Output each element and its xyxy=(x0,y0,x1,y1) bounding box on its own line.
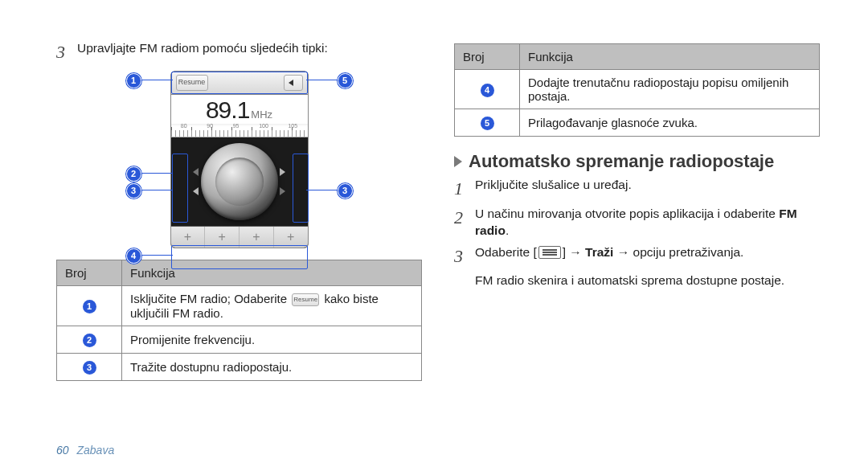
preset-slot: + xyxy=(171,227,206,248)
callout-3r: 3 xyxy=(338,183,353,199)
dial-area xyxy=(171,137,308,226)
preset-row: + + + + xyxy=(171,226,308,248)
row-func: Promijenite frekvenciju. xyxy=(122,326,422,353)
seek-left-icons xyxy=(191,168,201,195)
step-number: 3 xyxy=(454,244,473,268)
table-row: 5 Prilagođavanje glasnoće zvuka. xyxy=(455,109,820,137)
ruler-mark: 100 xyxy=(259,123,268,137)
step-number: 2 xyxy=(454,206,473,230)
row-badge: 5 xyxy=(481,117,494,130)
callout-4: 4 xyxy=(126,248,141,264)
resume-icon-inline: Resume xyxy=(292,293,319,306)
preset-slot: + xyxy=(205,227,240,248)
step-3-sub: FM radio skenira i automatski sprema dos… xyxy=(475,272,820,289)
callout-line xyxy=(141,80,173,81)
volume-icon xyxy=(284,75,303,91)
step-text: Upravljajte FM radiom pomoću sljedećih t… xyxy=(77,40,422,57)
callout-5: 5 xyxy=(338,73,353,88)
ruler-mark: 90 xyxy=(207,123,213,137)
preset-slot: + xyxy=(274,227,308,248)
step-1: 1 Priključite slušalice u uređaj. xyxy=(454,177,820,201)
callout-2: 2 xyxy=(126,166,141,182)
row-badge: 1 xyxy=(83,300,96,313)
table-row: 3 Tražite dostupnu radiopostaju. xyxy=(57,353,422,380)
ruler-mark: 80 xyxy=(181,123,187,137)
step-3-intro: 3 Upravljajte FM radiom pomoću sljedećih… xyxy=(56,40,422,64)
section-title: Automatsko spremanje radiopostaje xyxy=(469,151,774,172)
function-table-right: Broj Funkcija 4 Dodajte trenutačnu radio… xyxy=(454,43,820,137)
frequency-display: 89.1MHz xyxy=(171,95,308,124)
step-text: Odaberite [] → Traži → opciju pretraživa… xyxy=(475,244,820,261)
row-func: Dodajte trenutačnu radiopostaju popisu o… xyxy=(520,70,820,109)
page-number: 60 xyxy=(56,444,69,457)
section-name: Zabava xyxy=(76,444,114,457)
callout-line xyxy=(306,80,338,81)
frequency-unit: MHz xyxy=(251,109,272,121)
step-text: U načinu mirovanja otvorite popis aplika… xyxy=(475,206,820,240)
row-badge: 4 xyxy=(481,84,494,97)
callout-3l: 3 xyxy=(126,183,141,199)
ruler-mark: 105 xyxy=(288,123,297,137)
th-func: Funkcija xyxy=(520,44,820,70)
callout-1: 1 xyxy=(126,73,141,88)
step-number: 1 xyxy=(454,177,473,201)
phone-screen: Resume 89.1MHz 80 90 95 100 105 xyxy=(170,71,309,248)
callout-line xyxy=(306,190,338,191)
tuning-dial xyxy=(201,143,278,220)
step-2: 2 U načinu mirovanja otvorite popis apli… xyxy=(454,206,820,240)
function-table-left: Broj Funkcija 1 Isključite FM radio; Oda… xyxy=(56,260,422,381)
th-num: Broj xyxy=(57,260,122,285)
resume-button: Resume xyxy=(176,75,208,91)
callout-line xyxy=(141,190,173,191)
frequency-value: 89.1 xyxy=(206,96,249,123)
step-3: 3 Odaberite [] → Traži → opciju pretraži… xyxy=(454,244,820,268)
th-num: Broj xyxy=(455,44,520,70)
row-func: Prilagođavanje glasnoće zvuka. xyxy=(520,109,820,137)
row-badge: 3 xyxy=(83,361,96,375)
table-row: 2 Promijenite frekvenciju. xyxy=(57,326,422,353)
preset-slot: + xyxy=(240,227,274,248)
row-func: Isključite FM radio; Odaberite Resume ka… xyxy=(122,285,422,326)
table-row: 4 Dodajte trenutačnu radiopostaju popisu… xyxy=(455,70,820,109)
section-heading: Automatsko spremanje radiopostaje xyxy=(454,151,820,172)
table-row: 1 Isključite FM radio; Odaberite Resume … xyxy=(57,285,422,326)
phone-top-bar: Resume xyxy=(171,72,308,95)
fm-radio-figure: Resume 89.1MHz 80 90 95 100 105 xyxy=(147,71,332,248)
step-text: Priključite slušalice u uređaj. xyxy=(475,177,820,194)
menu-key-icon xyxy=(538,246,561,259)
ruler-mark: 95 xyxy=(233,123,240,137)
callout-line xyxy=(141,255,173,256)
chevron-right-icon xyxy=(454,156,462,167)
row-badge: 2 xyxy=(83,334,96,347)
seek-right-icons xyxy=(278,168,288,195)
row-func: Tražite dostupnu radiopostaju. xyxy=(122,353,422,380)
th-func: Funkcija xyxy=(122,260,422,285)
frequency-ruler: 80 90 95 100 105 xyxy=(171,124,308,137)
callout-line xyxy=(141,173,173,174)
page-footer: 60 Zabava xyxy=(56,444,114,457)
step-number: 3 xyxy=(56,40,76,64)
